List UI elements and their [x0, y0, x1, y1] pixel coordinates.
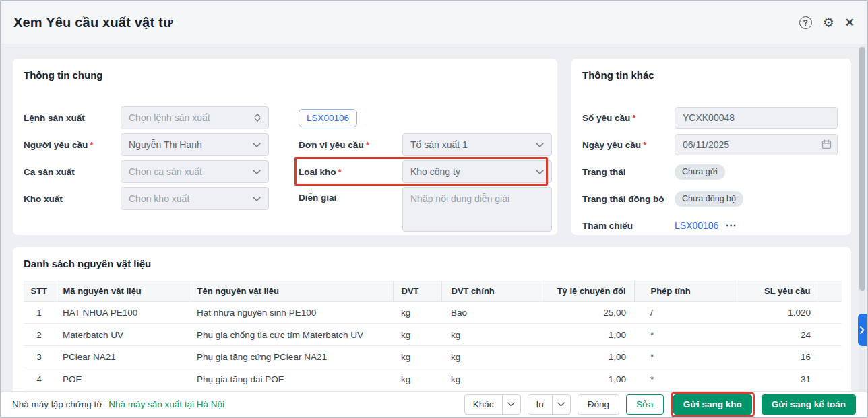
field-production-shift: Ca sản xuất Chọn ca sản xuất [24, 160, 280, 183]
request-unit-select[interactable]: Tổ sản xuất 1 [402, 133, 552, 156]
description-textarea[interactable] [402, 187, 552, 232]
col-uom[interactable]: ĐVT [393, 281, 441, 302]
field-request-date: Ngày yêu cầu* [582, 133, 842, 156]
help-icon[interactable]: ? [799, 16, 812, 29]
dialog-titlebar: Xem Yêu cầu xuất vật tư ? ⚙ ✕ [1, 1, 867, 44]
field-label: Loại kho [299, 167, 336, 177]
more-options-icon[interactable]: ⋯ [725, 220, 737, 231]
gear-icon[interactable]: ⚙ [823, 16, 834, 29]
dialog-footer: Nhà máy lập chứng từ: Nhà máy sản xuất t… [1, 391, 867, 417]
field-sync-status: Trạng thái đồng bộ Chưa đồng bộ [582, 187, 842, 210]
col-stt[interactable]: STT [24, 281, 55, 302]
field-label: Trạng thái [582, 167, 675, 177]
page-title: Xem Yêu cầu xuất vật tư [13, 15, 173, 30]
request-date-input[interactable] [675, 134, 838, 155]
chevron-down-icon [507, 402, 515, 407]
close-icon[interactable]: ✕ [845, 17, 855, 28]
production-order-chip[interactable]: LSX00106 [299, 109, 357, 127]
field-label: Diễn giải [299, 187, 402, 203]
dialog-content: Thông tin chung Lệnh sản xuất Chọn lệnh … [1, 44, 867, 391]
table-row[interactable]: 4 POE Phụ gia tăng dai POE kg kg 1,00 * … [24, 368, 842, 390]
field-label: Tham chiếu [582, 221, 675, 231]
table-row[interactable]: 1 HAT NHUA PE100 Hạt nhựa nguyên sinh PE… [24, 302, 842, 324]
general-info-card: Thông tin chung Lệnh sản xuất Chọn lệnh … [12, 58, 558, 236]
requester-select[interactable]: Nguyễn Thị Hạnh [121, 133, 269, 156]
col-material-name[interactable]: Tên nguyên vật liệu [189, 281, 393, 302]
status-badge: Chưa gửi [675, 164, 725, 180]
material-code: Materbatch UV [55, 324, 189, 346]
field-production-order: Lệnh sản xuất Chọn lệnh sản xuất [24, 106, 280, 129]
field-description: Diễn giải [299, 187, 553, 232]
col-filler [819, 281, 842, 302]
field-label: Ca sản xuất [24, 167, 121, 177]
field-warehouse-type: Loại kho* Kho công ty [299, 160, 553, 183]
general-info-title: Thông tin chung [24, 69, 547, 81]
warehouse-type-select[interactable]: Kho công ty [402, 160, 552, 183]
col-material-code[interactable]: Mã nguyên vật liệu [55, 281, 189, 302]
materials-title: Danh sách nguyên vật liệu [24, 258, 840, 269]
spinner-updown-icon [254, 113, 261, 123]
table-row[interactable]: 3 PClear NA21 Phụ gia tăng cứng PClear N… [24, 346, 842, 368]
material-code: POE [55, 368, 189, 390]
more-actions-splitbutton: Khác [464, 394, 521, 415]
required-asterisk: * [366, 140, 369, 150]
required-asterisk: * [90, 140, 93, 150]
production-shift-select[interactable]: Chọn ca sản xuất [121, 160, 269, 183]
material-code: HAT NHUA PE100 [55, 302, 189, 324]
material-name: Phụ gia chống tia cực tím Materbatch UV [189, 324, 393, 346]
field-label: Lệnh sản xuất [24, 113, 121, 123]
col-main-uom[interactable]: ĐVT chính [441, 281, 540, 302]
send-to-warehouse-button[interactable]: Gửi sang kho [673, 394, 752, 415]
col-operation[interactable]: Phép tính [634, 281, 737, 302]
table-row[interactable]: 2 Materbatch UV Phụ gia chống tia cực tí… [24, 324, 842, 346]
chevron-down-icon [253, 170, 261, 174]
chevron-down-icon [536, 170, 544, 174]
material-name: Hạt nhựa nguyên sinh PE100 [189, 302, 393, 324]
chevron-down-icon [536, 143, 544, 147]
request-number-input[interactable] [675, 107, 838, 129]
print-dropdown[interactable] [552, 395, 570, 414]
field-export-warehouse: Kho xuất Chọn kho xuất [24, 187, 280, 210]
required-asterisk: * [632, 113, 636, 123]
materials-card: Danh sách nguyên vật liệu STT Mã nguyên … [12, 246, 852, 391]
reference-link[interactable]: LSX00106 [675, 220, 718, 231]
export-warehouse-select[interactable]: Chọn kho xuất [121, 187, 269, 210]
field-reference: Tham chiếu LSX00106 ⋯ [582, 214, 842, 237]
print-button[interactable]: In [528, 395, 552, 414]
field-status: Trạng thái Chưa gửi [582, 160, 842, 183]
material-name: Phụ gia tăng dai POE [189, 368, 393, 390]
required-asterisk: * [643, 140, 646, 150]
view-material-request-dialog: Xem Yêu cầu xuất vật tư ? ⚙ ✕ Thông tin … [0, 0, 868, 418]
field-label: Đơn vị yêu cầu [299, 140, 364, 150]
other-info-card: Thông tin khác Số yêu cầu* Ngày yêu cầu* [571, 58, 852, 236]
factory-info: Nhà máy lập chứng từ: Nhà máy sản xuất t… [12, 399, 224, 409]
field-requester: Người yêu cầu* Nguyễn Thị Hạnh [24, 133, 280, 156]
factory-label: Nhà máy lập chứng từ: [12, 399, 105, 409]
send-to-accounting-button[interactable]: Gửi sang kế toán [762, 394, 856, 415]
close-button[interactable]: Đóng [578, 394, 619, 415]
vertical-scrollbar-thumb[interactable] [859, 47, 865, 291]
field-request-number: Số yêu cầu* [582, 106, 842, 129]
col-conversion-rate[interactable]: Tỷ lệ chuyển đổi [540, 281, 634, 302]
more-actions-button[interactable]: Khác [465, 395, 502, 414]
field-label: Trạng thái đồng bộ [582, 194, 675, 204]
red-highlight-send-warehouse: Gửi sang kho [671, 392, 755, 417]
field-label: Ngày yêu cầu [582, 140, 641, 150]
field-label: Kho xuất [24, 194, 121, 204]
print-splitbutton: In [528, 394, 571, 415]
expand-panel-tab[interactable] [858, 314, 867, 346]
other-info-title: Thông tin khác [582, 69, 840, 81]
required-asterisk: * [338, 167, 342, 177]
material-name: Phụ gia tăng cứng PClear NA21 [189, 346, 393, 368]
factory-link[interactable]: Nhà máy sản xuất tại Hà Nội [108, 399, 224, 409]
production-order-select[interactable]: Chọn lệnh sản xuất [121, 106, 269, 129]
chevron-down-icon [557, 402, 565, 407]
chevron-down-icon [253, 143, 261, 147]
reference-chip-row: LSX00106 [299, 106, 553, 129]
calendar-icon [822, 139, 832, 152]
col-requested-qty[interactable]: SL yêu cầu [737, 281, 819, 302]
field-request-unit: Đơn vị yêu cầu* Tổ sản xuất 1 [299, 133, 553, 156]
table-header-row: STT Mã nguyên vật liệu Tên nguyên vật li… [24, 281, 842, 302]
more-actions-dropdown[interactable] [502, 395, 520, 414]
edit-button[interactable]: Sửa [626, 394, 664, 415]
